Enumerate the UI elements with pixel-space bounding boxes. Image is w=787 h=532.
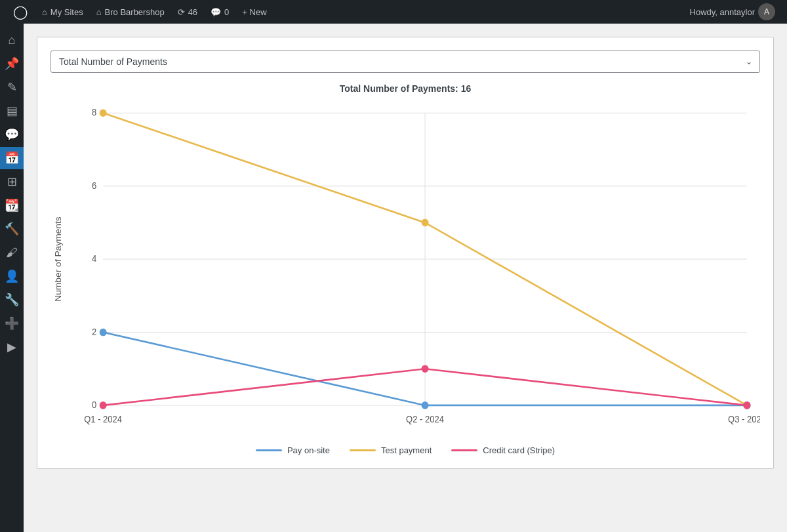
svg-text:Q3 - 2024: Q3 - 2024 xyxy=(728,415,760,424)
sidebar-item-calendar[interactable]: 📅 xyxy=(0,147,24,169)
my-sites-label: My Sites xyxy=(50,7,83,17)
home-icon: ⌂ xyxy=(42,7,47,17)
svg-text:Q2 - 2024: Q2 - 2024 xyxy=(406,415,444,424)
legend-line-credit-card xyxy=(451,449,477,451)
legend-item-pay-onsite: Pay on-site xyxy=(256,445,330,455)
chart-area: 0 2 4 6 8 Number of Payments Q1 - 2024 Q… xyxy=(50,99,760,440)
site-home-icon: ⌂ xyxy=(96,7,102,17)
site-name-menu[interactable]: ⌂ Bro Barbershop xyxy=(90,0,171,24)
svg-text:6: 6 xyxy=(92,181,96,191)
comments-menu[interactable]: 💬 0 xyxy=(204,0,235,24)
legend-item-credit-card: Credit card (Stripe) xyxy=(451,445,555,455)
howdy-label: Howdy, anntaylor xyxy=(690,7,755,17)
svg-point-18 xyxy=(100,329,106,336)
legend-item-test-payment: Test payment xyxy=(350,445,432,455)
legend-line-test-payment xyxy=(350,449,376,451)
svg-point-19 xyxy=(422,402,428,409)
metric-dropdown-wrapper: Total Number of Payments Total Revenue A… xyxy=(50,51,760,73)
site-name-label: Bro Barbershop xyxy=(105,7,165,17)
legend-label-pay-onsite: Pay on-site xyxy=(287,445,330,455)
metric-dropdown[interactable]: Total Number of Payments Total Revenue A… xyxy=(50,51,760,73)
sidebar-item-edit[interactable]: ✎ xyxy=(0,76,24,98)
chart-legend: Pay on-site Test payment Credit card (St… xyxy=(50,445,760,455)
sidebar-item-pin[interactable]: 📌 xyxy=(0,52,24,75)
comments-icon: 💬 xyxy=(211,7,221,17)
svg-point-15 xyxy=(100,110,106,117)
sidebar-item-play[interactable]: ▶ xyxy=(0,336,24,358)
sidebar-item-calendar2[interactable]: 📆 xyxy=(0,194,24,216)
sidebar-item-grid[interactable]: ⊞ xyxy=(0,171,24,193)
legend-line-pay-onsite xyxy=(256,449,282,451)
updates-menu[interactable]: ⟳ 46 xyxy=(171,0,204,24)
sidebar-item-wrench[interactable]: 🔧 xyxy=(0,289,24,311)
svg-point-22 xyxy=(422,365,428,373)
wp-logo[interactable]: ◯ xyxy=(5,0,35,24)
sidebar-item-dashboard[interactable]: ⌂ xyxy=(0,29,24,51)
svg-text:Number of Payments: Number of Payments xyxy=(53,216,63,302)
dropdown-row: Total Number of Payments Total Revenue A… xyxy=(50,51,760,73)
topbar: ◯ ⌂ My Sites ⌂ Bro Barbershop ⟳ 46 💬 0 +… xyxy=(0,0,787,24)
svg-text:0: 0 xyxy=(92,400,96,410)
svg-point-16 xyxy=(422,219,428,226)
topbar-right: Howdy, anntaylor A xyxy=(683,3,782,20)
my-sites-menu[interactable]: ⌂ My Sites xyxy=(35,0,90,24)
chart-card: Total Number of Payments Total Revenue A… xyxy=(37,37,774,469)
svg-text:Q1 - 2024: Q1 - 2024 xyxy=(84,415,122,424)
svg-point-23 xyxy=(744,402,750,409)
chart-title: Total Number of Payments: 16 xyxy=(50,83,760,94)
svg-text:4: 4 xyxy=(92,254,97,264)
howdy-menu[interactable]: Howdy, anntaylor A xyxy=(683,3,782,20)
chart-svg: 0 2 4 6 8 Number of Payments Q1 - 2024 Q… xyxy=(50,99,760,440)
legend-label-credit-card: Credit card (Stripe) xyxy=(483,445,555,455)
sidebar-item-plus[interactable]: ➕ xyxy=(0,312,24,335)
new-menu[interactable]: + New xyxy=(235,0,273,24)
sidebar-item-user[interactable]: 👤 xyxy=(0,265,24,287)
svg-point-21 xyxy=(100,402,106,409)
svg-text:8: 8 xyxy=(92,108,96,117)
sidebar-item-media[interactable]: ▤ xyxy=(0,100,24,122)
sidebar: ⌂ 📌 ✎ ▤ 💬 📅 ⊞ 📆 🔨 🖌 👤 🔧 ➕ ▶ xyxy=(0,24,24,532)
updates-icon: ⟳ xyxy=(178,7,185,17)
legend-label-test-payment: Test payment xyxy=(381,445,432,455)
sidebar-item-tools[interactable]: 🔨 xyxy=(0,218,24,240)
sidebar-item-paint[interactable]: 🖌 xyxy=(0,241,24,264)
main-content: Total Number of Payments Total Revenue A… xyxy=(24,24,787,532)
new-label: + New xyxy=(242,7,266,17)
sidebar-item-comments[interactable]: 💬 xyxy=(0,123,24,146)
comments-count: 0 xyxy=(224,7,229,17)
svg-text:2: 2 xyxy=(92,327,96,337)
avatar: A xyxy=(758,3,775,20)
updates-count: 46 xyxy=(188,7,197,17)
